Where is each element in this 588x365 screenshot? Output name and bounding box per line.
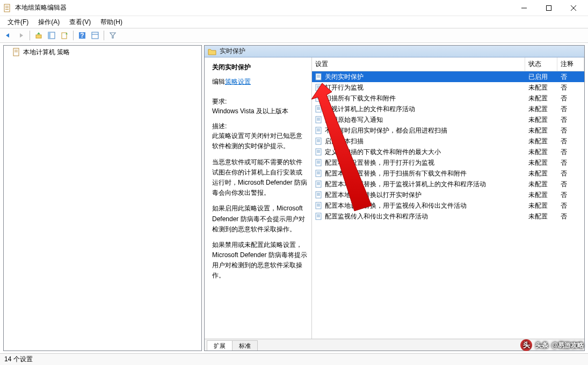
svg-rect-47 <box>316 149 321 155</box>
app-icon <box>3 4 12 12</box>
show-hide-tree-button[interactable] <box>46 30 57 41</box>
toolbar: ? <box>0 28 588 43</box>
setting-row[interactable]: 不论何时启用实时保护，都会启用进程扫描 未配置 否 <box>312 125 584 136</box>
setting-row[interactable]: 扫描所有下载文件和附件 未配置 否 <box>312 93 584 104</box>
svg-rect-14 <box>92 32 98 39</box>
setting-row[interactable]: 配置本地设置替换，用于扫描所有下载文件和附件 未配置 否 <box>312 168 584 179</box>
edit-policy-link[interactable]: 策略设置 <box>225 77 251 86</box>
setting-row[interactable]: 关闭实时保护 已启用 否 <box>312 71 584 82</box>
settings-list[interactable]: 设置 状态 注释 关闭实时保护 已启用 否 打开行为监视 未配置 否 扫描所有下… <box>312 57 584 339</box>
export-button[interactable] <box>59 30 70 41</box>
setting-row[interactable]: 配置本地设置替换，用于监视计算机上的文件和程序活动 未配置 否 <box>312 179 584 189</box>
col-setting[interactable]: 设置 <box>312 57 525 71</box>
setting-row[interactable]: 定义要扫描的下载文件和附件的最大大小 未配置 否 <box>312 147 584 157</box>
setting-row[interactable]: 启用脚本扫描 未配置 否 <box>312 136 584 147</box>
tab-standard[interactable]: 标准 <box>232 340 258 351</box>
maximize-button[interactable] <box>536 0 561 16</box>
tree-item[interactable]: 本地计算机 策略 <box>5 47 201 57</box>
status-text: 14 个设置 <box>4 355 33 364</box>
col-state[interactable]: 状态 <box>525 57 557 71</box>
svg-rect-39 <box>316 127 321 134</box>
folder-icon <box>208 47 216 56</box>
svg-rect-11 <box>62 33 67 39</box>
window-title: 本地组策略编辑器 <box>15 3 512 12</box>
setting-row[interactable]: 启用原始卷写入通知 未配置 否 <box>312 114 584 125</box>
svg-rect-10 <box>48 32 50 39</box>
svg-rect-8 <box>36 35 41 38</box>
svg-rect-17 <box>14 50 18 50</box>
svg-rect-59 <box>316 181 321 187</box>
forward-button[interactable] <box>15 30 27 41</box>
up-button[interactable] <box>33 30 45 41</box>
menu-file[interactable]: 文件(F) <box>3 17 33 28</box>
setting-row[interactable]: 配置本地设置替换，用于监视传入和传出文件活动 未配置 否 <box>312 200 584 211</box>
back-button[interactable] <box>2 30 14 41</box>
setting-title: 关闭实时保护 <box>212 63 307 72</box>
svg-rect-43 <box>316 138 321 144</box>
menubar: 文件(F) 操作(A) 查看(V) 帮助(H) <box>0 16 588 28</box>
svg-rect-3 <box>5 9 9 10</box>
details-header: 实时保护 <box>205 46 584 57</box>
properties-button[interactable] <box>89 30 101 41</box>
help-button[interactable]: ? <box>76 30 88 41</box>
svg-rect-5 <box>547 5 551 10</box>
watermark-icon: 头 <box>520 339 532 351</box>
svg-rect-27 <box>316 95 321 101</box>
tree-pane[interactable]: 本地计算机 策略 <box>3 45 202 351</box>
filter-button[interactable] <box>107 30 119 41</box>
svg-rect-35 <box>316 116 321 123</box>
statusbar: 14 个设置 <box>0 353 588 365</box>
svg-rect-63 <box>316 192 321 198</box>
svg-rect-31 <box>316 106 321 112</box>
titlebar: 本地组策略编辑器 <box>0 0 588 16</box>
setting-row[interactable]: 监视计算机上的文件和程序活动 未配置 否 <box>312 104 584 114</box>
svg-rect-23 <box>316 84 321 91</box>
svg-text:?: ? <box>80 32 84 39</box>
col-note[interactable]: 注释 <box>557 57 584 71</box>
list-header[interactable]: 设置 状态 注释 <box>312 57 584 71</box>
setting-row[interactable]: 配置监视传入和传出文件和程序活动 未配置 否 <box>312 211 584 222</box>
svg-rect-67 <box>316 202 321 209</box>
setting-row[interactable]: 配置本地设置替换，用于打开行为监视 未配置 否 <box>312 157 584 168</box>
menu-view[interactable]: 查看(V) <box>65 17 95 28</box>
description-pane: 关闭实时保护 编辑策略设置 要求: Windows Vista 及以上版本 描述… <box>205 57 312 339</box>
menu-action[interactable]: 操作(A) <box>34 17 64 28</box>
watermark: 头 头条 @易游攻略 <box>520 339 584 351</box>
svg-rect-18 <box>14 52 18 52</box>
setting-row[interactable]: 打开行为监视 未配置 否 <box>312 82 584 93</box>
details-title: 实时保护 <box>220 47 245 56</box>
tab-extended[interactable]: 扩展 <box>207 340 233 351</box>
svg-rect-1 <box>5 6 9 6</box>
svg-rect-51 <box>316 159 321 166</box>
svg-rect-2 <box>5 8 9 8</box>
details-pane: 实时保护 关闭实时保护 编辑策略设置 要求: Windows Vista 及以上… <box>204 45 585 351</box>
svg-rect-55 <box>316 170 321 177</box>
svg-rect-19 <box>316 74 321 80</box>
close-button[interactable] <box>561 0 586 16</box>
menu-help[interactable]: 帮助(H) <box>96 17 127 28</box>
setting-row[interactable]: 配置本地设置替换以打开实时保护 未配置 否 <box>312 189 584 200</box>
minimize-button[interactable] <box>512 0 536 16</box>
svg-rect-71 <box>316 213 321 220</box>
